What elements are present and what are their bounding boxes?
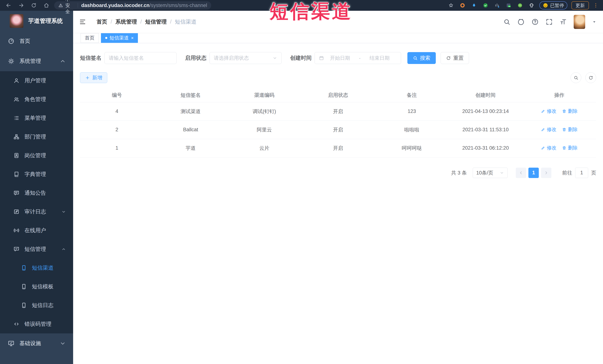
header-search-icon[interactable]	[503, 18, 510, 26]
green-check-icon[interactable]	[483, 3, 488, 8]
address-bar[interactable]: 不安全 dashboard.yudao.iocoder.cn/system/sm…	[54, 1, 211, 10]
page-1-button[interactable]: 1	[528, 168, 539, 178]
sidebar-item-label: 菜单管理	[24, 114, 46, 122]
next-page-button[interactable]	[541, 168, 551, 178]
sidebar-item-depts[interactable]: 部门管理	[0, 127, 73, 146]
page-size-select[interactable]: 10条/页	[473, 168, 508, 178]
sidebar-menu: 首页系统管理用户管理角色管理菜单管理部门管理岗位管理字典管理通知公告审计日志在线…	[0, 31, 73, 353]
forward-icon[interactable]	[18, 2, 24, 8]
sidebar-item-infra[interactable]: 基础设施	[0, 333, 73, 353]
goto-page-input[interactable]	[575, 168, 588, 178]
browser-bar: 不安全 dashboard.yudao.iocoder.cn/system/sm…	[0, 0, 603, 11]
refresh-table-button[interactable]	[585, 72, 596, 83]
cell-created: 2021-03-31 06:12:20	[449, 139, 522, 157]
date-range-picker[interactable]: 开始日期 - 结束日期	[314, 52, 401, 64]
avatar[interactable]	[574, 15, 585, 29]
back-icon[interactable]	[6, 2, 12, 8]
tab-close-icon[interactable]: ×	[131, 36, 134, 40]
caret-down-icon[interactable]	[592, 20, 597, 24]
delete-link[interactable]: 删除	[562, 126, 578, 133]
sidebar-item-sms[interactable]: 短信管理	[0, 240, 73, 258]
sidebar-item-roles[interactable]: 角色管理	[0, 90, 73, 109]
paused-badge[interactable]: 已暂停	[539, 1, 567, 10]
cell-status: 开启	[301, 102, 375, 121]
breadcrumb-system[interactable]: 系统管理	[116, 18, 137, 26]
chevron-down-icon	[61, 209, 66, 214]
sidebar-item-home[interactable]: 首页	[0, 31, 73, 51]
update-button[interactable]: 更新	[571, 1, 589, 10]
sign-input[interactable]	[104, 52, 176, 64]
sidebar-item-sms-log[interactable]: 短信日志	[0, 296, 73, 315]
github-icon[interactable]	[517, 18, 525, 26]
sidebar-item-online-users[interactable]: 在线用户	[0, 221, 73, 240]
phone-icon	[21, 265, 27, 271]
users-icon	[13, 96, 20, 102]
bars-icon[interactable]	[494, 3, 500, 8]
paused-label: 已暂停	[550, 2, 564, 9]
cell-id: 4	[80, 102, 154, 121]
sidebar-item-label: 角色管理	[24, 96, 46, 103]
sidebar-item-system[interactable]: 系统管理	[0, 51, 73, 71]
sidebar-item-label: 短信管理	[24, 245, 46, 253]
filter-form: 短信签名 启用状态 请选择启用状态 创建时间 开始日期 - 结束日期 搜索 重置	[80, 52, 596, 64]
breadcrumb-separator: /	[111, 19, 112, 25]
edit-link[interactable]: 修改	[541, 108, 557, 114]
bookmark-star-icon[interactable]	[448, 3, 454, 8]
gear-icon	[8, 58, 14, 65]
sidebar-item-sms-channel[interactable]: 短信渠道	[0, 258, 73, 277]
breadcrumb-home[interactable]: 首页	[96, 18, 107, 26]
sidebar-item-label: 用户管理	[24, 77, 46, 84]
divider	[78, 3, 78, 8]
app-logo-row[interactable]: 芋道管理系统	[0, 11, 73, 31]
toggle-search-button[interactable]	[570, 72, 581, 83]
sidebar-item-error-code[interactable]: 错误码管理	[0, 315, 73, 333]
column-header: 渠道编码	[228, 88, 301, 102]
sidebar-item-label: 在线用户	[24, 227, 46, 234]
add-button[interactable]: 新增	[80, 72, 107, 83]
sidebar-item-menus[interactable]: 菜单管理	[0, 109, 73, 127]
sidebar-item-label: 审计日志	[24, 208, 46, 215]
fullscreen-icon[interactable]	[545, 18, 553, 26]
refresh-icon	[588, 75, 593, 80]
sidebar-item-dicts[interactable]: 字典管理	[0, 165, 73, 184]
app-logo	[10, 14, 23, 28]
cell-actions: 修改删除	[522, 139, 596, 157]
sidebar-item-audit-log[interactable]: 审计日志	[0, 202, 73, 221]
refresh-icon	[446, 56, 451, 61]
help-icon[interactable]	[531, 18, 539, 26]
phone-icon	[21, 284, 27, 290]
delete-link[interactable]: 删除	[562, 145, 578, 151]
on-badge-icon[interactable]: on	[506, 3, 511, 8]
reset-button[interactable]: 重置	[441, 52, 469, 64]
cell-actions: 修改删除	[522, 121, 596, 139]
sidebar-item-users[interactable]: 用户管理	[0, 71, 73, 90]
prev-page-button[interactable]	[516, 168, 526, 178]
browser-menu-icon[interactable]	[593, 3, 599, 8]
status-select[interactable]: 请选择启用状态	[209, 52, 281, 64]
sidebar-toggle-icon[interactable]	[79, 18, 86, 25]
search-button[interactable]: 搜索	[407, 52, 436, 64]
puzzle-icon[interactable]	[529, 3, 534, 8]
cell-sign: Ballcat	[154, 121, 227, 139]
cell-remark: 啦啦啦	[375, 121, 449, 139]
code-icon	[13, 321, 20, 327]
reload-icon[interactable]	[31, 2, 37, 8]
active-dot	[105, 37, 107, 39]
breadcrumb-sms[interactable]: 短信管理	[145, 18, 167, 26]
sidebar-item-sms-template[interactable]: 短信模板	[0, 277, 73, 296]
blue-pin-icon[interactable]	[471, 3, 477, 8]
delete-link[interactable]: 删除	[562, 108, 578, 114]
menu-list-icon	[13, 115, 20, 121]
breadcrumb-current: 短信渠道	[175, 18, 196, 26]
font-size-icon[interactable]	[560, 18, 567, 26]
alien-icon[interactable]	[517, 3, 523, 8]
tab-sms-channel[interactable]: 短信渠道 ×	[101, 33, 138, 43]
sidebar-item-posts[interactable]: 岗位管理	[0, 146, 73, 165]
home-icon[interactable]	[43, 2, 49, 8]
edit-link[interactable]: 修改	[541, 126, 557, 133]
sidebar-item-notices[interactable]: 通知公告	[0, 184, 73, 202]
edit-link[interactable]: 修改	[541, 145, 557, 151]
orange-ring-icon[interactable]	[460, 3, 465, 8]
tab-home[interactable]: 首页	[81, 33, 99, 43]
breadcrumb-separator: /	[170, 19, 172, 25]
